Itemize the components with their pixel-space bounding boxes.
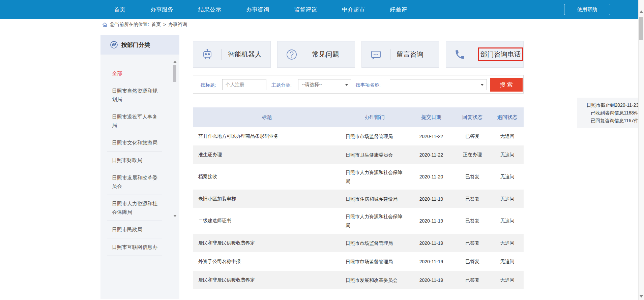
- page-scrollbar-thumb[interactable]: [639, 17, 643, 40]
- card-label-message-consult: 留言咨询: [397, 50, 423, 59]
- top-nav: 首页 办事服务 结果公示 办事咨询 监督评议 中介超市 好差评 使用帮助: [0, 0, 638, 19]
- breadcrumb-home-link[interactable]: 首页: [151, 22, 161, 28]
- breadcrumb-separator: >: [163, 22, 166, 27]
- row-followup-status: 无追问: [491, 240, 524, 246]
- sidebar-scrollbar-thumb[interactable]: [173, 65, 176, 82]
- category-select[interactable]: --请选择--: [298, 79, 351, 90]
- nav-item-agency-market[interactable]: 中介超市: [342, 6, 365, 13]
- sidebar-item-culture-tourism[interactable]: 日照市文化和旅游局: [107, 134, 162, 152]
- row-reply-status: 已答复: [454, 133, 491, 139]
- nav-item-home[interactable]: 首页: [114, 6, 125, 13]
- chevron-down-icon: [481, 84, 484, 86]
- row-followup-status: 无追问: [491, 218, 524, 224]
- row-date: 2020-11-19: [409, 277, 454, 283]
- sidebar-item-human-resources[interactable]: 日照市人力资源和社会保障局: [107, 195, 162, 221]
- row-title-link[interactable]: 居民和非居民供暖收费界定: [193, 240, 341, 246]
- row-department: 日照市卫生健康委员会: [341, 151, 409, 159]
- row-reply-status: 已答复: [454, 277, 491, 283]
- sidebar-item-internet-info[interactable]: 日照市互联网信息办: [107, 238, 162, 256]
- question-icon: [277, 48, 306, 61]
- row-title-link[interactable]: 档案接收: [193, 174, 341, 180]
- main-content: 智能机器人 常见问题: [193, 41, 524, 289]
- row-department: 日照市市场监督管理局: [341, 257, 409, 266]
- nav-item-supervision[interactable]: 监督评议: [294, 6, 317, 13]
- stats-line-received: 已收到咨询信息1168件: [580, 109, 639, 117]
- column-header-followup-status: 追问状态: [491, 114, 524, 121]
- table-row: 居民和非居民供暖收费界定 日照市发展和改革委员会 2020-11-19 已答复 …: [193, 271, 524, 289]
- table-header-row: 标题 办理部门 提交日期 回复状态 追问状态: [193, 107, 524, 127]
- sidebar-item-development-reform[interactable]: 日照市发展和改革委员会: [107, 169, 162, 195]
- sidebar-item-veterans-affairs[interactable]: 日照市退役军人事务局: [107, 108, 162, 134]
- nav-item-rating[interactable]: 好差评: [390, 6, 407, 13]
- sidebar-item-natural-resources[interactable]: 日照市自然资源和规划局: [107, 82, 162, 108]
- stats-line-replied: 已回复咨询信息1167件: [580, 117, 639, 125]
- sidebar-header: 按部门分类: [100, 35, 179, 55]
- stats-line-date: 日照市截止到2020-11-23: [580, 101, 639, 109]
- nav-item-services[interactable]: 办事服务: [150, 6, 173, 13]
- home-icon: [102, 22, 108, 27]
- sidebar-title: 按部门分类: [121, 41, 150, 49]
- row-title-link[interactable]: 外资子公司名称申报: [193, 259, 341, 265]
- card-department-hotline[interactable]: 部门咨询电话: [446, 41, 524, 68]
- table-row: 准生证办理 日照市卫生健康委员会 2020-11-22 正在办理 无追问: [193, 145, 524, 164]
- row-title-link[interactable]: 老旧小区加装电梯: [193, 196, 341, 202]
- search-button[interactable]: 搜 索: [490, 78, 523, 92]
- row-department: 日照市住房和城乡建设局: [341, 195, 409, 203]
- title-filter-label: 按标题:: [201, 82, 216, 88]
- row-title-link[interactable]: 准生证办理: [193, 152, 341, 158]
- sidebar-item-civil-affairs[interactable]: 日照市民政局: [107, 221, 162, 238]
- chevron-down-icon: [345, 84, 348, 86]
- sidebar-item-finance[interactable]: 日照市财政局: [107, 152, 162, 169]
- category-icon: [110, 41, 118, 49]
- row-followup-status: 无追问: [491, 277, 524, 283]
- robot-icon: [193, 48, 222, 61]
- category-select-value: --请选择--: [302, 82, 322, 88]
- help-button[interactable]: 使用帮助: [564, 4, 610, 15]
- sidebar-scroll-down-icon[interactable]: [173, 215, 177, 217]
- table-row: 老旧小区加装电梯 日照市住房和城乡建设局 2020-11-19 已答复 无追问: [193, 190, 524, 208]
- nav-item-results[interactable]: 结果公示: [198, 6, 221, 13]
- page-scrollbar[interactable]: [638, 0, 644, 300]
- breadcrumb-current[interactable]: 办事咨询: [168, 22, 187, 28]
- nav-item-consult[interactable]: 办事咨询: [246, 6, 269, 13]
- card-label-smart-robot: 智能机器人: [228, 50, 262, 59]
- card-message-consult[interactable]: 留言咨询: [361, 41, 439, 68]
- row-title-link[interactable]: 莒县什么地方可以办理商品条形码业务: [193, 133, 341, 139]
- column-header-date: 提交日期: [409, 114, 454, 121]
- row-department: 日照市市场监督管理局: [341, 239, 409, 247]
- phone-icon: [446, 49, 474, 60]
- row-title-link[interactable]: 居民和非居民供暖收费界定: [193, 277, 341, 283]
- breadcrumb: 您当前所在的位置: 首页 > 办事咨询: [102, 22, 187, 28]
- row-title-link[interactable]: 二级建造师证书: [193, 218, 341, 224]
- scroll-up-icon[interactable]: [640, 10, 643, 13]
- card-smart-robot[interactable]: 智能机器人: [193, 41, 271, 68]
- card-divider: [474, 49, 474, 60]
- table-row: 二级建造师证书 日照市人力资源和社会保障局 2020-11-19 已答复 无追问: [193, 208, 524, 234]
- row-department: 日照市人力资源和社会保障局: [341, 212, 409, 230]
- column-header-reply-status: 回复状态: [454, 114, 491, 121]
- card-label-department-hotline: 部门咨询电话: [478, 47, 523, 61]
- scroll-down-icon[interactable]: [640, 295, 643, 298]
- card-label-faq: 常见问题: [312, 50, 339, 59]
- row-department: 日照市市场监督管理局: [341, 132, 409, 141]
- title-filter-input[interactable]: [222, 79, 266, 90]
- sidebar-department-filter: 按部门分类 全部 日照市自然资源和规划局 日照市退役军人事务局 日照市文化和旅游…: [100, 35, 179, 299]
- row-reply-status: 正在办理: [454, 152, 491, 158]
- card-faq[interactable]: 常见问题: [277, 41, 355, 68]
- row-date: 2020-11-22: [409, 152, 454, 158]
- table-row: 外资子公司名称申报 日照市市场监督管理局 2020-11-19 已答复 无追问: [193, 252, 524, 271]
- search-panel: 按标题: 主题分类: --请选择-- 按事项名称: 搜 索: [193, 75, 524, 94]
- row-followup-status: 无追问: [491, 174, 524, 180]
- sidebar-item-all[interactable]: 全部: [107, 65, 162, 82]
- row-reply-status: 已答复: [454, 240, 491, 246]
- sidebar-scroll-up-icon[interactable]: [173, 61, 177, 63]
- row-followup-status: 无追问: [491, 152, 524, 158]
- row-department: 日照市人力资源和社会保障局: [341, 168, 409, 186]
- row-date: 2020-11-19: [409, 196, 454, 202]
- row-date: 2020-11-19: [409, 259, 454, 264]
- row-reply-status: 已答复: [454, 218, 491, 224]
- item-name-filter-label: 按事项名称:: [356, 82, 381, 88]
- category-filter-label: 主题分类:: [271, 82, 292, 88]
- item-name-select[interactable]: [390, 79, 487, 90]
- row-followup-status: 无追问: [491, 133, 524, 139]
